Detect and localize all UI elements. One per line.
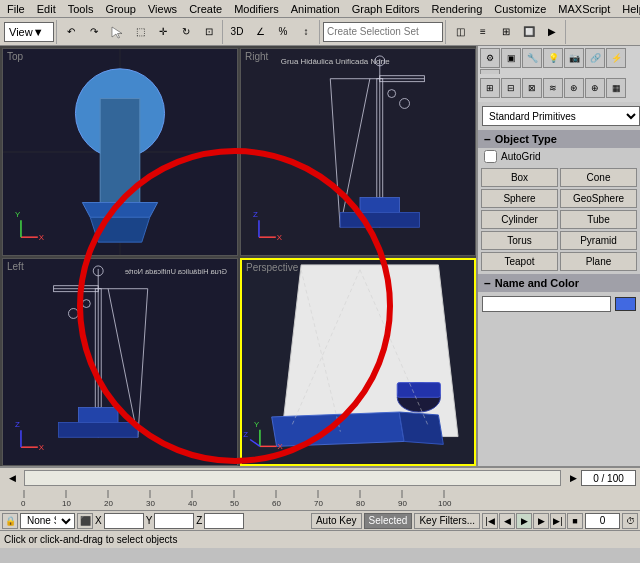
object-type-header[interactable]: – Object Type [478, 130, 640, 148]
panel-btn-s3[interactable]: ⊠ [522, 78, 542, 98]
panel-btn-s1[interactable]: ⊞ [480, 78, 500, 98]
cone-button[interactable]: Cone [560, 168, 637, 187]
cylinder-button[interactable]: Cylinder [481, 210, 558, 229]
snap-toggle[interactable]: 3D [226, 21, 248, 43]
autogrid-checkbox[interactable] [484, 150, 497, 163]
panel-btn-s2[interactable]: ⊟ [501, 78, 521, 98]
menu-bar: File Edit Tools Group Views Create Modif… [0, 0, 640, 18]
scale-button[interactable]: ⊡ [198, 21, 220, 43]
menu-create[interactable]: Create [184, 2, 227, 16]
viewport-top[interactable]: Top X Y [2, 48, 238, 256]
pyramid-button[interactable]: Pyramid [560, 231, 637, 250]
object-name-input[interactable] [482, 296, 611, 312]
rotate-button[interactable]: ↻ [175, 21, 197, 43]
go-end-button[interactable]: ▶| [550, 513, 566, 529]
z-input[interactable] [204, 513, 244, 529]
status-text: Click or click-and-drag to select object… [4, 534, 177, 545]
timeline-scroll-left[interactable]: ◀ [4, 470, 20, 486]
right-scene-title: Grua Hidáulica Unificada Norte [281, 57, 391, 66]
panel-btn-7[interactable]: ⚡ [606, 48, 626, 68]
quick-render[interactable]: ▶ [541, 21, 563, 43]
timeline-slider[interactable] [24, 470, 561, 486]
spinner-snap[interactable]: ↕ [295, 21, 317, 43]
panel-btn-s7[interactable]: ▦ [606, 78, 626, 98]
layer-button[interactable]: ⊞ [495, 21, 517, 43]
viewport-grid: Top X Y [0, 46, 476, 466]
primitives-dropdown[interactable]: Standard Primitives [482, 106, 640, 126]
autokey-button[interactable]: Auto Key [311, 513, 362, 529]
selection-lock[interactable]: ⬛ [77, 513, 93, 529]
percent-snap[interactable]: % [272, 21, 294, 43]
undo-button[interactable]: ↶ [60, 21, 82, 43]
view-dropdown[interactable]: View▼ [4, 22, 54, 42]
svg-rect-49 [397, 383, 440, 398]
svg-rect-38 [78, 408, 118, 423]
frame-input[interactable] [585, 513, 620, 529]
menu-customize[interactable]: Customize [489, 2, 551, 16]
viewport-perspective[interactable]: Perspective X [240, 258, 476, 466]
menu-group[interactable]: Group [100, 2, 141, 16]
panel-btn-s5[interactable]: ⊛ [564, 78, 584, 98]
panel-btn-2[interactable]: ▣ [501, 48, 521, 68]
geosphere-button[interactable]: GeoSphere [560, 189, 637, 208]
redo-button[interactable]: ↷ [83, 21, 105, 43]
lock-button[interactable]: 🔒 [2, 513, 18, 529]
menu-rendering[interactable]: Rendering [427, 2, 488, 16]
sphere-button[interactable]: Sphere [481, 189, 558, 208]
viewport-right[interactable]: Right Grua Hidáulica Unificada Norte [240, 48, 476, 256]
viewport-left[interactable]: Left Grua Hidáulica Unificada Norte [2, 258, 238, 466]
stop-button[interactable]: ■ [567, 513, 583, 529]
panel-btn-6[interactable]: 🔗 [585, 48, 605, 68]
none-select-dropdown[interactable]: None Se [20, 513, 75, 529]
menu-modifiers[interactable]: Modifiers [229, 2, 284, 16]
tube-button[interactable]: Tube [560, 210, 637, 229]
y-input[interactable] [154, 513, 194, 529]
panel-btn-s4[interactable]: ≋ [543, 78, 563, 98]
move-button[interactable]: ✛ [152, 21, 174, 43]
mirror-button[interactable]: ◫ [449, 21, 471, 43]
object-type-grid: Box Cone Sphere GeoSphere Cylinder Tube … [478, 165, 640, 274]
selection-set-input[interactable] [323, 22, 443, 42]
next-frame-button[interactable]: ▶ [533, 513, 549, 529]
color-swatch[interactable] [615, 297, 636, 311]
svg-text:30: 30 [146, 499, 155, 508]
select-region-button[interactable]: ⬚ [129, 21, 151, 43]
menu-tools[interactable]: Tools [63, 2, 99, 16]
timeline-counter[interactable]: 0 / 100 [581, 470, 636, 486]
menu-views[interactable]: Views [143, 2, 182, 16]
panel-btn-3[interactable]: 🔧 [522, 48, 542, 68]
time-config-button[interactable]: ⏱ [622, 513, 638, 529]
menu-help[interactable]: Help [617, 2, 640, 16]
render-button[interactable]: 🔲 [518, 21, 540, 43]
play-button[interactable]: ▶ [516, 513, 532, 529]
teapot-button[interactable]: Teapot [481, 252, 558, 271]
prev-frame-button[interactable]: ◀ [499, 513, 515, 529]
align-button[interactable]: ≡ [472, 21, 494, 43]
svg-text:X: X [39, 443, 45, 452]
panel-btn-s6[interactable]: ⊕ [585, 78, 605, 98]
key-filters-button[interactable]: Key Filters... [414, 513, 480, 529]
timeline-track[interactable]: 0 10 20 30 40 50 60 70 80 90 100 [0, 488, 640, 510]
x-input[interactable] [104, 513, 144, 529]
select-button[interactable] [106, 21, 128, 43]
menu-file[interactable]: File [2, 2, 30, 16]
plane-button[interactable]: Plane [560, 252, 637, 271]
panel-btn-4[interactable]: 💡 [543, 48, 563, 68]
name-color-header[interactable]: – Name and Color [478, 274, 640, 292]
menu-animation[interactable]: Animation [286, 2, 345, 16]
angle-snap[interactable]: ∠ [249, 21, 271, 43]
svg-text:Y: Y [15, 210, 21, 219]
svg-text:X: X [39, 233, 45, 242]
menu-edit[interactable]: Edit [32, 2, 61, 16]
go-start-button[interactable]: |◀ [482, 513, 498, 529]
menu-graph-editors[interactable]: Graph Editors [347, 2, 425, 16]
box-button[interactable]: Box [481, 168, 558, 187]
toolbar-extra-group: ◫ ≡ ⊞ 🔲 ▶ [447, 20, 566, 44]
svg-text:80: 80 [356, 499, 365, 508]
torus-button[interactable]: Torus [481, 231, 558, 250]
toolbar-view-group: View▼ [2, 20, 57, 44]
menu-maxscript[interactable]: MAXScript [553, 2, 615, 16]
panel-btn-5[interactable]: 📷 [564, 48, 584, 68]
panel-btn-1[interactable]: ⚙ [480, 48, 500, 68]
timeline-scroll-right[interactable]: ▶ [565, 470, 581, 486]
